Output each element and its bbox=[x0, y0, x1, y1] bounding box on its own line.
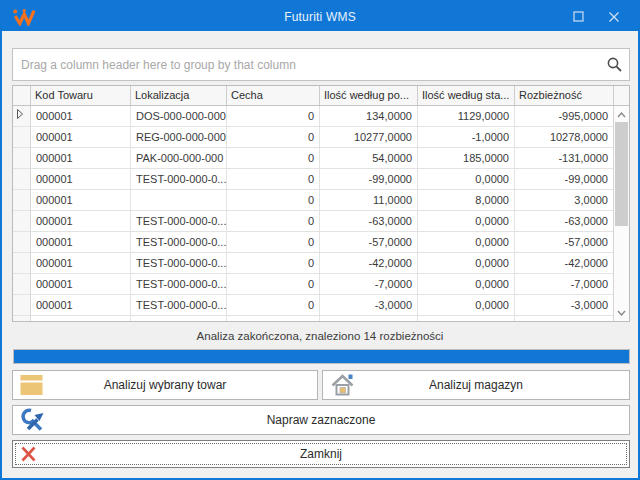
grid-cell[interactable]: 54,0000 bbox=[320, 148, 418, 169]
grid-cell[interactable]: -42,0000 bbox=[515, 253, 613, 274]
header-indicator-cell bbox=[13, 86, 31, 105]
grid-cell[interactable]: TEST-000-000-0... bbox=[131, 232, 227, 253]
scrollbar-thumb[interactable] bbox=[615, 122, 628, 226]
grid-cell[interactable]: 000001 bbox=[31, 253, 131, 274]
vertical-scrollbar[interactable] bbox=[613, 106, 629, 321]
grid-cell[interactable]: 0 bbox=[227, 169, 320, 190]
table-row[interactable]: 000001PAK-000-000-000054,0000185,0000-13… bbox=[13, 148, 613, 169]
grid-cell[interactable]: TEST-000-000-0... bbox=[131, 295, 227, 316]
row-indicator-icon bbox=[17, 109, 23, 119]
grid-cell[interactable]: 0 bbox=[227, 211, 320, 232]
scroll-up-button[interactable] bbox=[614, 107, 629, 122]
grid-cell[interactable]: -3,0000 bbox=[515, 295, 613, 316]
grid-cell[interactable]: -7,0000 bbox=[320, 274, 418, 295]
table-row[interactable]: 000001TEST-000-000-0...0-3,00000,0000-3,… bbox=[13, 295, 613, 316]
grid-cell[interactable]: -131,0000 bbox=[515, 148, 613, 169]
grid-cell[interactable]: 0,0000 bbox=[418, 274, 515, 295]
grid-cell[interactable]: 185,0000 bbox=[418, 148, 515, 169]
table-row[interactable]: 000001TEST-000-000-0...0-99,00000,0000-9… bbox=[13, 169, 613, 190]
column-header-0[interactable]: Kod Towaru bbox=[31, 86, 131, 105]
grid-cell[interactable]: 0 bbox=[227, 190, 320, 211]
grid-cell[interactable]: 000001 bbox=[31, 106, 131, 127]
table-row[interactable]: 000001REG-000-000-000010277,0000-1,00001… bbox=[13, 127, 613, 148]
column-header-5[interactable]: Rozbieżność bbox=[515, 86, 614, 105]
column-header-3[interactable]: Ilość według po... bbox=[320, 86, 418, 105]
analyze-item-button[interactable]: Analizuj wybrany towar bbox=[12, 370, 318, 400]
grid-cell[interactable]: 134,0000 bbox=[320, 106, 418, 127]
grid-cell[interactable]: -57,0000 bbox=[320, 232, 418, 253]
grid-cell[interactable]: TEST-000-000-0... bbox=[131, 169, 227, 190]
grid-cell[interactable]: TEST-000-000-0... bbox=[131, 253, 227, 274]
table-row[interactable]: 000001DOS-000-000-0000134,00001129,0000-… bbox=[13, 106, 613, 127]
group-by-panel[interactable]: Drag a column header here to group by th… bbox=[12, 48, 630, 81]
table-row[interactable]: 000001TEST-000-000-0...0-63,00000,0000-6… bbox=[13, 211, 613, 232]
close-button[interactable] bbox=[596, 2, 632, 31]
grid-cell[interactable]: -321,0000 bbox=[418, 316, 515, 321]
table-row[interactable]: 000001TEST-000-000-0...0-57,00000,0000-5… bbox=[13, 232, 613, 253]
grid-cell[interactable]: -99,0000 bbox=[515, 169, 613, 190]
grid-cell[interactable]: 11,0000 bbox=[320, 190, 418, 211]
grid-cell[interactable]: -995,0000 bbox=[515, 106, 613, 127]
grid-cell[interactable]: PAK-000-000-000 bbox=[131, 148, 227, 169]
grid-cell[interactable]: 0 bbox=[227, 106, 320, 127]
repair-selected-button[interactable]: Napraw zaznaczone bbox=[12, 405, 630, 435]
grid-cell[interactable]: TEST-000-000-0... bbox=[131, 274, 227, 295]
grid-cell[interactable]: DOS-000-000-000 bbox=[131, 106, 227, 127]
grid-cell[interactable]: 0,0000 bbox=[418, 232, 515, 253]
grid-cell[interactable]: 0 bbox=[227, 127, 320, 148]
close-dialog-button[interactable]: Zamknij bbox=[12, 440, 630, 468]
search-icon bbox=[606, 56, 623, 73]
column-header-2[interactable]: Cecha bbox=[227, 86, 320, 105]
grid-cell[interactable]: 1129,0000 bbox=[418, 106, 515, 127]
search-button[interactable] bbox=[599, 49, 629, 80]
grid-cell[interactable]: 000001 bbox=[31, 148, 131, 169]
maximize-button[interactable] bbox=[560, 2, 596, 31]
grid-cell[interactable]: 000001 bbox=[31, 127, 131, 148]
grid-cell[interactable]: TEST-000-000-0... bbox=[131, 316, 227, 321]
grid-cell[interactable]: 000001 bbox=[31, 190, 131, 211]
column-header-4[interactable]: Ilość według sta... bbox=[418, 86, 515, 105]
table-row[interactable]: 000001011,00008,00003,0000 bbox=[13, 190, 613, 211]
grid-cell[interactable]: TEST-000-000-0... bbox=[131, 211, 227, 232]
grid-cell[interactable]: 456,0000 bbox=[515, 316, 613, 321]
column-header-1[interactable]: Lokalizacja bbox=[131, 86, 227, 105]
grid-cell[interactable]: 10278,0000 bbox=[515, 127, 613, 148]
scroll-down-icon bbox=[617, 310, 626, 316]
grid-cell[interactable]: 135,0000 bbox=[320, 316, 418, 321]
grid-cell[interactable]: -1,0000 bbox=[418, 127, 515, 148]
grid-cell[interactable] bbox=[131, 190, 227, 211]
grid-cell[interactable]: 000001 bbox=[31, 316, 131, 321]
grid-cell[interactable]: 0 bbox=[227, 274, 320, 295]
table-row[interactable]: 000001TEST-000-000-0...0-7,00000,0000-7,… bbox=[13, 274, 613, 295]
grid-cell[interactable]: 3,0000 bbox=[515, 190, 613, 211]
grid-cell[interactable]: 8,0000 bbox=[418, 190, 515, 211]
grid-cell[interactable]: 0 bbox=[227, 148, 320, 169]
grid-cell[interactable]: 0,0000 bbox=[418, 211, 515, 232]
grid-cell[interactable]: -63,0000 bbox=[515, 211, 613, 232]
grid-cell[interactable]: 000001 bbox=[31, 295, 131, 316]
grid-cell[interactable]: 0 bbox=[227, 232, 320, 253]
grid-cell[interactable]: 0,0000 bbox=[418, 295, 515, 316]
grid-cell[interactable]: 000001 bbox=[31, 211, 131, 232]
grid-cell[interactable]: REG-000-000-000 bbox=[131, 127, 227, 148]
grid-cell[interactable]: 10277,0000 bbox=[320, 127, 418, 148]
analyze-warehouse-button[interactable]: Analizuj magazyn bbox=[322, 370, 630, 400]
grid-cell[interactable]: 0,0000 bbox=[418, 253, 515, 274]
scroll-down-button[interactable] bbox=[614, 305, 629, 320]
grid-cell[interactable]: 000001 bbox=[31, 274, 131, 295]
table-row[interactable]: 000001TEST-000-000-0...0-42,00000,0000-4… bbox=[13, 253, 613, 274]
grid-cell[interactable]: -63,0000 bbox=[320, 211, 418, 232]
grid-cell[interactable]: 0 bbox=[227, 316, 320, 321]
grid-cell[interactable]: 0 bbox=[227, 295, 320, 316]
grid-cell[interactable]: -7,0000 bbox=[515, 274, 613, 295]
grid-cell[interactable]: -57,0000 bbox=[515, 232, 613, 253]
maximize-icon bbox=[573, 11, 584, 22]
grid-cell[interactable]: 0 bbox=[227, 253, 320, 274]
table-row[interactable]: 000001TEST-000-000-0...0135,0000-321,000… bbox=[13, 316, 613, 321]
grid-cell[interactable]: -3,0000 bbox=[320, 295, 418, 316]
grid-cell[interactable]: -99,0000 bbox=[320, 169, 418, 190]
grid-cell[interactable]: -42,0000 bbox=[320, 253, 418, 274]
grid-cell[interactable]: 000001 bbox=[31, 232, 131, 253]
grid-cell[interactable]: 0,0000 bbox=[418, 169, 515, 190]
grid-cell[interactable]: 000001 bbox=[31, 169, 131, 190]
